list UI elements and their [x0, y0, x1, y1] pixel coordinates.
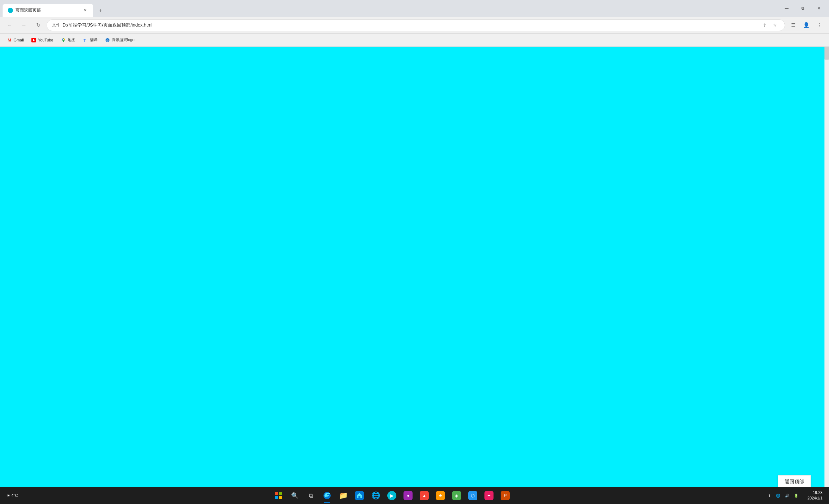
- bookmarks-bar: M Gmail YouTube 地图 T 翻译 企 腾讯游戏logo: [0, 34, 829, 47]
- gmail-favicon: M: [7, 38, 12, 42]
- app-green[interactable]: ◈: [449, 488, 464, 503]
- address-file-label: 文件: [52, 22, 60, 28]
- forward-button[interactable]: →: [18, 20, 30, 31]
- app-media[interactable]: ▶: [384, 488, 400, 503]
- title-bar: 页面返回顶部 ✕ + — ⧉ ✕: [0, 0, 829, 17]
- store-app[interactable]: [352, 488, 367, 503]
- taskview-button[interactable]: ⧉: [303, 488, 319, 503]
- translate-favicon: T: [83, 38, 88, 42]
- bookmark-youtube-label: YouTube: [38, 38, 53, 42]
- restore-button[interactable]: ⧉: [795, 3, 810, 13]
- bookmark-maps-label: 地图: [68, 37, 75, 43]
- svg-rect-7: [275, 496, 278, 499]
- scrollbar[interactable]: [825, 47, 829, 504]
- tab-favicon-circle: [8, 8, 13, 13]
- back-button[interactable]: ←: [4, 20, 15, 31]
- app-pink[interactable]: ✦: [481, 488, 497, 503]
- share-button[interactable]: ⇧: [760, 21, 769, 30]
- app-red[interactable]: ▲: [417, 488, 432, 503]
- start-button[interactable]: [271, 488, 286, 503]
- app-orange[interactable]: ★: [433, 488, 448, 503]
- youtube-favicon: [31, 38, 36, 42]
- new-tab-button[interactable]: +: [95, 5, 106, 17]
- nav-right-buttons: ☰ 👤 ⋮: [788, 20, 825, 31]
- scrollbar-thumb[interactable]: [825, 47, 829, 60]
- close-button[interactable]: ✕: [812, 3, 826, 13]
- bookmark-translate-label: 翻译: [90, 37, 98, 43]
- active-indicator: [324, 502, 330, 503]
- svg-text:企: 企: [106, 39, 109, 42]
- window-controls: — ⧉ ✕: [779, 3, 826, 13]
- taskbar-left: ☀ 4°C: [4, 492, 21, 499]
- bookmark-translate[interactable]: T 翻译: [80, 36, 101, 44]
- menu-button[interactable]: ⋮: [814, 20, 825, 31]
- bookmark-gmail[interactable]: M Gmail: [4, 37, 27, 44]
- weather-widget[interactable]: ☀ 4°C: [4, 492, 21, 499]
- tray-volume-icon[interactable]: 🔊: [784, 492, 790, 499]
- tab-title: 页面返回顶部: [15, 7, 80, 13]
- taskbar: ☀ 4°C 🔍 ⧉: [0, 487, 829, 504]
- weather-icon: ☀: [6, 493, 10, 498]
- sidebar-button[interactable]: ☰: [788, 20, 799, 31]
- tray-network-icon[interactable]: 🌐: [775, 492, 782, 499]
- app-purple[interactable]: ♦: [400, 488, 416, 503]
- refresh-button[interactable]: ↻: [32, 20, 44, 31]
- app-blue[interactable]: ⬡: [465, 488, 480, 503]
- svg-rect-8: [279, 496, 282, 499]
- profile-button[interactable]: 👤: [800, 20, 812, 31]
- search-button[interactable]: 🔍: [287, 488, 302, 503]
- svg-text:T: T: [83, 39, 86, 42]
- taskbar-apps: 🔍 ⧉ 📁: [271, 488, 513, 503]
- app-ppt[interactable]: P: [497, 488, 513, 503]
- address-text: D:/前端学习/JS学习/页面返回顶部/index.html: [63, 22, 757, 28]
- tencent-favicon: 企: [105, 38, 110, 42]
- tab-favicon: [8, 8, 13, 13]
- svg-rect-5: [275, 492, 278, 495]
- tray-up-icon[interactable]: ⬆: [766, 492, 772, 499]
- bookmark-youtube[interactable]: YouTube: [28, 37, 56, 44]
- address-bar[interactable]: 文件 D:/前端学习/JS学习/页面返回顶部/index.html ⇧ ☆: [47, 20, 785, 31]
- clock-time: 19:23: [807, 490, 823, 496]
- maps-favicon: [61, 38, 66, 42]
- app-chrome[interactable]: 🌐: [368, 488, 384, 503]
- taskbar-center: 🔍 ⧉ 📁: [21, 488, 763, 503]
- webpage-content: 返回顶部: [0, 47, 829, 504]
- address-bar-actions: ⇧ ☆: [760, 21, 780, 30]
- bookmark-maps[interactable]: 地图: [58, 36, 79, 44]
- browser-window: 页面返回顶部 ✕ + — ⧉ ✕ ← → ↻ 文件 D:/前端学习/JS学习/页…: [0, 0, 829, 504]
- bookmark-tencent[interactable]: 企 腾讯游戏logo: [102, 36, 138, 44]
- bookmark-tencent-label: 腾讯游戏logo: [112, 37, 135, 43]
- active-tab[interactable]: 页面返回顶部 ✕: [3, 4, 93, 17]
- svg-rect-6: [279, 492, 282, 495]
- tab-close-button[interactable]: ✕: [82, 7, 88, 13]
- bookmark-gmail-label: Gmail: [13, 38, 24, 42]
- tray-battery-icon[interactable]: 🔋: [793, 492, 799, 499]
- weather-temp: 4°C: [11, 493, 18, 498]
- tab-strip: 页面返回顶部 ✕ +: [3, 0, 779, 17]
- minimize-button[interactable]: —: [779, 3, 794, 13]
- bookmark-star-button[interactable]: ☆: [770, 21, 780, 30]
- explorer-app[interactable]: 📁: [335, 488, 351, 503]
- back-to-top-button[interactable]: 返回顶部: [778, 475, 811, 489]
- svg-rect-9: [358, 496, 360, 498]
- taskbar-right: ⬆ 🌐 🔊 🔋 19:23 2024/1/1: [763, 489, 825, 502]
- navigation-bar: ← → ↻ 文件 D:/前端学习/JS学习/页面返回顶部/index.html …: [0, 17, 829, 34]
- system-tray: ⬆ 🌐 🔊 🔋: [763, 491, 802, 500]
- system-clock[interactable]: 19:23 2024/1/1: [805, 489, 825, 502]
- clock-date: 2024/1/1: [807, 496, 823, 501]
- edge-app[interactable]: [319, 488, 335, 503]
